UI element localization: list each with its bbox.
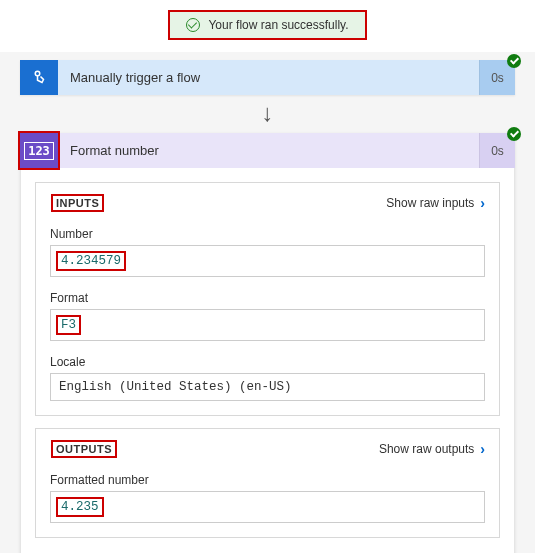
action-title: Format number xyxy=(58,133,479,168)
field-label-locale: Locale xyxy=(50,355,485,369)
inputs-label: INPUTS xyxy=(50,193,105,213)
action-card: 123 Format number 0s INPUTS Show raw inp… xyxy=(20,133,515,553)
field-value-number: 4.234579 xyxy=(50,245,485,277)
success-indicator-icon xyxy=(507,127,521,141)
field-locale: Locale English (United States) (en-US) xyxy=(50,355,485,401)
touch-icon xyxy=(20,60,58,95)
field-format: Format F3 xyxy=(50,291,485,341)
field-number: Number 4.234579 xyxy=(50,227,485,277)
field-label-format: Format xyxy=(50,291,485,305)
chevron-right-icon: › xyxy=(480,441,485,457)
success-message: Your flow ran successfully. xyxy=(208,18,348,32)
outputs-label: OUTPUTS xyxy=(50,439,118,459)
svg-point-0 xyxy=(35,71,40,76)
outputs-section: OUTPUTS Show raw outputs › Formatted num… xyxy=(35,428,500,538)
field-label-number: Number xyxy=(50,227,485,241)
number-icon: 123 xyxy=(20,133,58,168)
success-banner: Your flow ran successfully. xyxy=(168,10,366,40)
flow-canvas: Manually trigger a flow 0s ↓ 123 Format … xyxy=(0,52,535,553)
arrow-down-icon: ↓ xyxy=(262,99,274,127)
action-header[interactable]: 123 Format number 0s xyxy=(20,133,515,168)
field-value-format: F3 xyxy=(50,309,485,341)
field-value-formatted: 4.235 xyxy=(50,491,485,523)
trigger-title: Manually trigger a flow xyxy=(58,60,479,95)
action-body: INPUTS Show raw inputs › Number 4.234579… xyxy=(20,168,515,553)
chevron-right-icon: › xyxy=(480,195,485,211)
connector-arrow: ↓ xyxy=(20,95,515,133)
inputs-section: INPUTS Show raw inputs › Number 4.234579… xyxy=(35,182,500,416)
check-circle-icon xyxy=(186,18,200,32)
show-raw-inputs-link[interactable]: Show raw inputs › xyxy=(386,195,485,211)
show-raw-outputs-link[interactable]: Show raw outputs › xyxy=(379,441,485,457)
success-indicator-icon xyxy=(507,54,521,68)
field-label-formatted: Formatted number xyxy=(50,473,485,487)
banner-area: Your flow ran successfully. xyxy=(0,0,535,52)
trigger-card[interactable]: Manually trigger a flow 0s xyxy=(20,60,515,95)
field-value-locale: English (United States) (en-US) xyxy=(50,373,485,401)
field-formatted-number: Formatted number 4.235 xyxy=(50,473,485,523)
